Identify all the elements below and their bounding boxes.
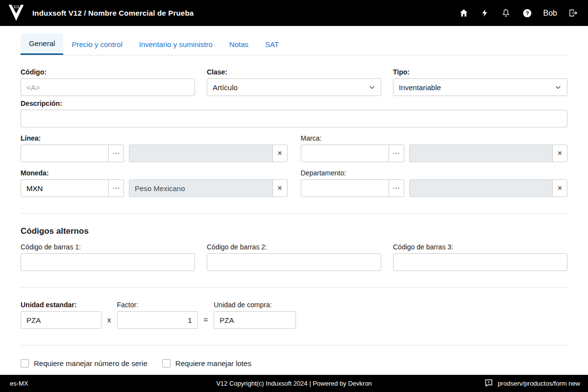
barcode1-field-group: Código de barras 1: bbox=[21, 243, 195, 271]
chevron-down-icon bbox=[555, 84, 562, 91]
factor-field-group: Factor: bbox=[117, 301, 198, 329]
status-bar: es-MX V12 Copyright(c) Induxsoft 2024 | … bbox=[0, 375, 588, 392]
linea-code-input[interactable] bbox=[21, 145, 109, 162]
moneda-field-group: Moneda: ⋯ Peso Mexicano × bbox=[21, 169, 288, 197]
help-icon[interactable]: ? bbox=[522, 8, 532, 18]
barcode3-label: Código de barras 3: bbox=[393, 243, 567, 251]
moneda-clear-button[interactable]: × bbox=[272, 179, 288, 197]
logout-icon[interactable] bbox=[568, 8, 578, 18]
departamento-clear-button[interactable]: × bbox=[552, 179, 567, 197]
codigo-field-group: Código: bbox=[21, 68, 195, 96]
descripcion-field-group: Descripción: bbox=[21, 99, 567, 127]
barcode1-label: Código de barras 1: bbox=[21, 243, 195, 251]
tipo-selected-value: Inventariable bbox=[399, 83, 441, 92]
barcode1-input[interactable] bbox=[21, 253, 195, 271]
unidad-compra-field-group: Unidad de compra: bbox=[214, 301, 296, 329]
marca-code-input[interactable] bbox=[301, 145, 389, 162]
tipo-label: Tipo: bbox=[393, 68, 567, 76]
unidad-compra-input[interactable] bbox=[214, 311, 296, 329]
departamento-code-input[interactable] bbox=[301, 179, 389, 197]
lightning-icon[interactable] bbox=[480, 8, 490, 18]
clase-label: Clase: bbox=[207, 68, 381, 76]
barcode2-label: Código de barras 2: bbox=[207, 243, 381, 251]
chevron-down-icon bbox=[368, 84, 375, 91]
barcode2-field-group: Código de barras 2: bbox=[207, 243, 381, 271]
departamento-label: Departamento: bbox=[301, 169, 568, 177]
clase-selected-value: Artículo bbox=[213, 83, 238, 92]
requiere-lotes-checkbox-item[interactable]: Requiere manejar lotes bbox=[162, 359, 251, 368]
app-title: Induxsoft V12 / Nombre Comercial de Prue… bbox=[32, 9, 194, 17]
tab-precio-y-control[interactable]: Precio y control bbox=[63, 33, 130, 55]
tipo-field-group: Tipo: Inventariable bbox=[393, 68, 567, 96]
moneda-lookup-button[interactable]: ⋯ bbox=[109, 179, 124, 197]
tab-general[interactable]: General bbox=[21, 33, 63, 55]
linea-label: Línea: bbox=[21, 134, 288, 142]
barcode2-input[interactable] bbox=[207, 253, 381, 271]
tab-notas[interactable]: Notas bbox=[221, 33, 257, 55]
unidad-estandar-label: Unidad estandar: bbox=[21, 301, 101, 309]
marca-display-field bbox=[409, 145, 553, 162]
topbar: XII Induxsoft V12 / Nombre Comercial de … bbox=[0, 0, 588, 26]
clase-field-group: Clase: Artículo bbox=[207, 68, 381, 96]
codigos-alternos-heading: Códigos alternos bbox=[21, 226, 567, 236]
section-divider bbox=[21, 287, 567, 288]
requiere-numero-serie-checkbox-item[interactable]: Requiere manejar número de serie bbox=[21, 359, 147, 368]
linea-display-field bbox=[129, 145, 272, 162]
tab-inventario-y-suministro[interactable]: Inventario y suministro bbox=[131, 33, 221, 55]
factor-label: Factor: bbox=[117, 301, 198, 309]
descripcion-label: Descripción: bbox=[21, 99, 567, 107]
tipo-select[interactable]: Inventariable bbox=[393, 78, 567, 96]
unidad-estandar-field-group: Unidad estandar: bbox=[21, 301, 101, 329]
tab-sat[interactable]: SAT bbox=[257, 33, 287, 55]
marca-clear-button[interactable]: × bbox=[552, 145, 567, 162]
codigo-input[interactable] bbox=[21, 78, 195, 96]
moneda-label: Moneda: bbox=[21, 169, 288, 177]
svg-text:?: ? bbox=[525, 10, 529, 16]
user-name[interactable]: Bob bbox=[543, 9, 557, 18]
linea-clear-button[interactable]: × bbox=[272, 145, 288, 162]
unidad-estandar-input[interactable] bbox=[21, 311, 101, 329]
checkbox-unchecked-icon[interactable] bbox=[21, 359, 29, 368]
svg-text:XII: XII bbox=[13, 4, 19, 9]
descripcion-input[interactable] bbox=[21, 110, 567, 127]
equals-sign: = bbox=[204, 316, 208, 329]
induxsoft-logo-icon: XII bbox=[5, 2, 27, 24]
marca-label: Marca: bbox=[301, 134, 568, 142]
bell-icon[interactable] bbox=[501, 8, 511, 18]
home-icon[interactable] bbox=[459, 8, 469, 18]
unidad-compra-label: Unidad de compra: bbox=[214, 301, 296, 309]
requiere-numero-serie-label: Requiere manejar número de serie bbox=[34, 359, 147, 368]
locale-indicator: es-MX bbox=[10, 380, 28, 387]
factor-input[interactable] bbox=[117, 311, 198, 329]
codigo-label: Código: bbox=[21, 68, 195, 76]
barcode3-input[interactable] bbox=[393, 253, 567, 271]
tab-bar: General Precio y control Inventario y su… bbox=[21, 33, 567, 55]
section-divider bbox=[21, 345, 567, 345]
marca-field-group: Marca: ⋯ × bbox=[301, 134, 568, 162]
departamento-field-group: Departamento: ⋯ × bbox=[301, 169, 568, 197]
feedback-icon[interactable] bbox=[484, 378, 493, 389]
multiply-sign: x bbox=[107, 316, 111, 329]
linea-field-group: Línea: ⋯ × bbox=[21, 134, 288, 162]
marca-lookup-button[interactable]: ⋯ bbox=[389, 145, 404, 162]
departamento-lookup-button[interactable]: ⋯ bbox=[389, 179, 404, 197]
general-tab-panel: Código: Clase: Artículo Tipo: Inventaria… bbox=[0, 68, 588, 368]
departamento-display-field bbox=[409, 179, 553, 197]
barcode3-field-group: Código de barras 3: bbox=[393, 243, 567, 271]
requiere-lotes-label: Requiere manejar lotes bbox=[175, 359, 251, 368]
moneda-display-field: Peso Mexicano bbox=[129, 179, 272, 197]
route-indicator[interactable]: prodserv/productos/form new bbox=[498, 380, 580, 387]
section-divider bbox=[21, 213, 567, 214]
linea-lookup-button[interactable]: ⋯ bbox=[109, 145, 124, 162]
checkbox-unchecked-icon[interactable] bbox=[162, 359, 171, 368]
clase-select[interactable]: Artículo bbox=[207, 78, 381, 96]
moneda-code-input[interactable] bbox=[21, 179, 109, 197]
